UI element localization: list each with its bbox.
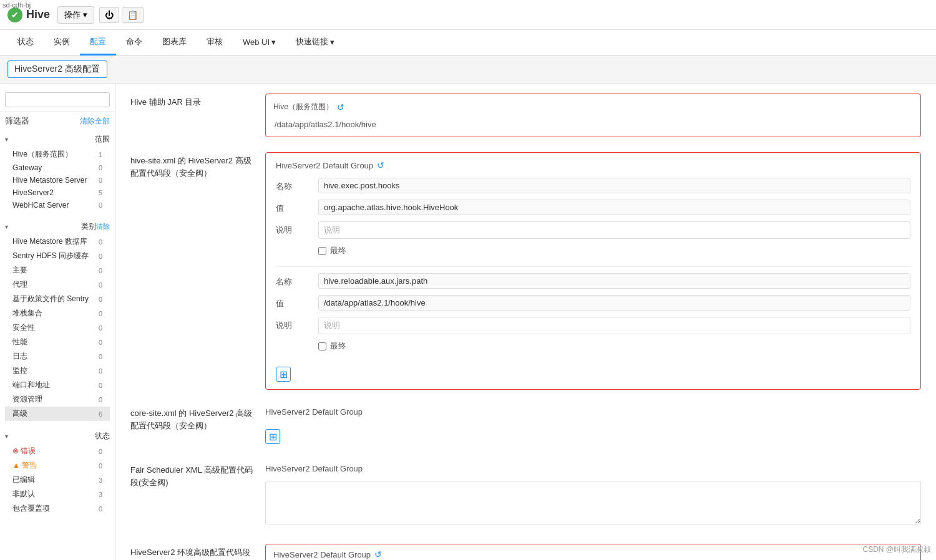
config-fairscheduler: Fair Scheduler XML 高级配置代码段(安全阀) HiveServ… — [130, 461, 921, 529]
status-nondefault[interactable]: 非默认 3 — [5, 487, 110, 501]
cat-advanced[interactable]: 高级 6 — [5, 407, 110, 421]
config-fairscheduler-content: HiveServer2 Default Group — [265, 461, 921, 529]
cat-monitor[interactable]: 监控0 — [5, 364, 110, 378]
page-title: HiveServer2 高级配置 — [7, 60, 107, 78]
status-collapse-icon: ▾ — [5, 433, 8, 440]
config-fairscheduler-label: Fair Scheduler XML 高级配置代码段(安全阀) — [130, 461, 255, 529]
hivesite-entry2-value-value[interactable]: /data/app/atlas2.1/hook/hive — [318, 295, 910, 311]
cat-policy-sentry[interactable]: 基于政策文件的 Sentry0 — [5, 292, 110, 306]
cat-heap[interactable]: 堆栈集合0 — [5, 306, 110, 321]
hivesite-add-btn[interactable]: ⊞ — [276, 367, 291, 382]
status-error[interactable]: ⊗ 错误 0 — [5, 444, 110, 458]
cat-security[interactable]: 安全性0 — [5, 321, 110, 335]
hive-aux-jar-value: /data/app/atlas2.1/hook/hive — [273, 117, 913, 132]
hivesite-entry2-value-row: 值 /data/app/atlas2.1/hook/hive — [276, 295, 910, 311]
config-coresite-label: core-site.xml 的 HiveServer2 高级配置代码段（安全阀） — [130, 405, 255, 447]
tab-quicklinks[interactable]: 快速链接 ▾ — [286, 30, 344, 56]
page-header: HiveServer2 高级配置 — [0, 56, 936, 84]
coresite-group: HiveServer2 Default Group ⊞ — [265, 405, 921, 447]
filter-label: 筛选器 — [5, 115, 29, 127]
tab-instance[interactable]: 实例 — [44, 30, 80, 56]
scope-items: Hive（服务范围） 1 Gateway 0 Hive Metastore Se… — [5, 147, 110, 211]
hivesite-desc-label1: 说明 — [276, 221, 313, 236]
hivesite-entry2-desc-row: 说明 说明 — [276, 317, 910, 334]
tab-charts[interactable]: 图表库 — [152, 30, 197, 56]
hivesite-entry2-name-value[interactable]: hive.reloadable.aux.jars.path — [318, 273, 910, 289]
clear-all-link[interactable]: 清除全部 — [80, 116, 110, 127]
config-hivesite-content: HiveServer2 Default Group ↺ 名称 hive.exec… — [265, 152, 921, 390]
scope-item-metastore[interactable]: Hive Metastore Server 0 — [5, 174, 110, 186]
config-hiveserver2-env-label: HiveServer2 环境高级配置代码段（安全阀） — [130, 544, 255, 560]
webui-dropdown-icon: ▾ — [271, 37, 276, 47]
hivesite-name-label1: 名称 — [276, 178, 313, 192]
tab-webui[interactable]: Web UI ▾ — [233, 31, 286, 55]
hivesite-value-label2: 值 — [276, 295, 313, 309]
tab-status[interactable]: 状态 — [7, 30, 44, 56]
config-hivesite: hive-site.xml 的 HiveServer2 高级配置代码段（安全阀）… — [130, 152, 921, 390]
tab-audit[interactable]: 审核 — [197, 30, 233, 56]
hivesite-refresh-icon[interactable]: ↺ — [377, 160, 384, 170]
hivesite-entry1-value-row: 值 org.apache.atlas.hive.hook.HiveHook — [276, 200, 910, 215]
config-coresite-content: HiveServer2 Default Group ⊞ — [265, 405, 921, 447]
category-items: Hive Metastore 数据库0 Sentry HDFS 同步缓存0 主要… — [5, 234, 110, 421]
cat-log[interactable]: 日志0 — [5, 349, 110, 364]
coresite-group-name: HiveServer2 Default Group — [265, 407, 363, 417]
scope-item-gateway[interactable]: Gateway 0 — [5, 162, 110, 174]
hivesite-group: HiveServer2 Default Group ↺ 名称 hive.exec… — [265, 152, 921, 390]
tab-command[interactable]: 命令 — [116, 30, 152, 56]
chevron-down-icon: ▾ — [83, 10, 87, 19]
hivesite-final-label1: 最终 — [330, 245, 346, 256]
hivesite-entry1-value-value[interactable]: org.apache.atlas.hive.hook.HiveHook — [318, 200, 910, 215]
coresite-add-btn[interactable]: ⊞ — [265, 429, 280, 444]
app-title: Hive — [26, 8, 50, 21]
cat-ports[interactable]: 端口和地址0 — [5, 378, 110, 392]
status-section-title: 状态 — [95, 431, 110, 442]
cat-proxy[interactable]: 代理0 — [5, 278, 110, 292]
search-box — [0, 89, 115, 112]
cat-resource[interactable]: 资源管理0 — [5, 392, 110, 407]
hiveserver2-env-group-name: HiveServer2 Default Group — [273, 550, 371, 559]
action-button[interactable]: 操作 ▾ — [57, 6, 94, 24]
sidebar: 筛选器 清除全部 ▾ 范围 Hive（服务范围） 1 Gateway 0 Hiv… — [0, 84, 115, 560]
status-edited[interactable]: 已编辑 3 — [5, 473, 110, 487]
scope-section-header[interactable]: ▾ 范围 — [5, 132, 110, 147]
cat-metastore-db[interactable]: Hive Metastore 数据库0 — [5, 234, 110, 249]
cat-main[interactable]: 主要0 — [5, 263, 110, 278]
status-overrides[interactable]: 包含覆盖项 0 — [5, 501, 110, 516]
hivesite-entry1-desc-value[interactable]: 说明 — [318, 221, 910, 239]
cat-perf[interactable]: 性能0 — [5, 335, 110, 349]
action-label: 操作 — [64, 9, 80, 21]
quicklinks-dropdown-icon: ▾ — [330, 37, 334, 47]
status-section-header[interactable]: ▾ 状态 — [5, 428, 110, 444]
hivesite-desc-label2: 说明 — [276, 317, 313, 331]
hivesite-entry1-final: 最终 — [318, 245, 910, 256]
config-hive-aux-jar-label: Hive 辅助 JAR 目录 — [130, 94, 255, 137]
hive-aux-jar-refresh-icon[interactable]: ↺ — [337, 102, 344, 112]
hiveserver2-env-refresh-icon[interactable]: ↺ — [374, 549, 382, 559]
app-label: sd-cdh-bj — [2, 1, 31, 9]
config-hiveserver2-env: HiveServer2 环境高级配置代码段（安全阀） HiveServer2 D… — [130, 544, 921, 560]
hivesite-entry2-final-checkbox[interactable] — [318, 342, 326, 350]
fairscheduler-textarea[interactable] — [265, 481, 921, 524]
scope-item-webhcat[interactable]: WebHCat Server 0 — [5, 199, 110, 211]
category-section-header[interactable]: ▾ 类别 — [5, 219, 96, 234]
hive-aux-jar-scope: Hive（服务范围） ↺ — [273, 99, 913, 115]
config-hiveserver2-env-content: HiveServer2 Default Group ↺ — [265, 544, 921, 560]
hivesite-entry1-name-value[interactable]: hive.exec.post.hooks — [318, 178, 910, 193]
hivesite-entry2-desc-value[interactable]: 说明 — [318, 317, 910, 334]
hivesite-entry1-desc-row: 说明 说明 — [276, 221, 910, 239]
cat-sentry-hdfs[interactable]: Sentry HDFS 同步缓存0 — [5, 249, 110, 263]
search-input[interactable] — [5, 92, 110, 107]
restart-icon-button[interactable]: ⏻ — [99, 7, 119, 23]
scope-item-hiveserver2[interactable]: HiveServer2 5 — [5, 186, 110, 199]
history-icon-button[interactable]: 📋 — [122, 7, 144, 23]
fairscheduler-group: HiveServer2 Default Group — [265, 461, 921, 529]
category-clear-link[interactable]: 清除 — [96, 222, 110, 231]
category-section: ▾ 类别 清除 Hive Metastore 数据库0 Sentry HDFS … — [0, 215, 115, 425]
status-warning[interactable]: ▲ 警告 0 — [5, 458, 110, 473]
scope-item-hive[interactable]: Hive（服务范围） 1 — [5, 147, 110, 162]
hivesite-value-label1: 值 — [276, 200, 313, 214]
hivesite-entry1-final-checkbox[interactable] — [318, 247, 326, 255]
hivesite-group-header: HiveServer2 Default Group ↺ — [276, 160, 910, 170]
tab-config[interactable]: 配置 — [80, 30, 116, 56]
